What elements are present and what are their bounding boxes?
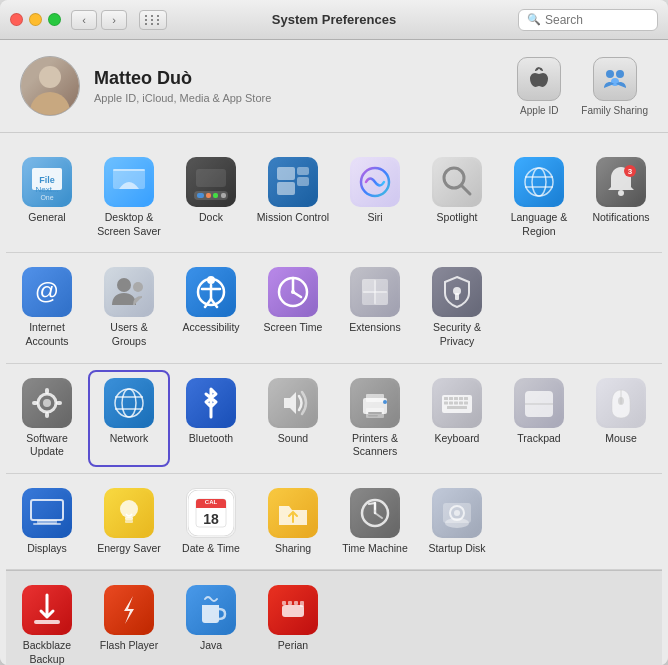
printers-label: Printers & Scanners [338, 432, 412, 459]
pref-mouse[interactable]: Mouse [580, 370, 662, 467]
family-sharing-label: Family Sharing [581, 105, 648, 116]
extensions-icon [350, 267, 400, 317]
pref-trackpad[interactable]: Trackpad [498, 370, 580, 467]
mouse-icon [596, 378, 646, 428]
svg-text:One: One [40, 194, 53, 201]
displays-label: Displays [27, 542, 67, 556]
search-box[interactable]: 🔍 [518, 9, 658, 31]
pref-dock[interactable]: Dock [170, 149, 252, 246]
svg-rect-22 [277, 182, 295, 195]
svg-rect-25 [434, 159, 480, 205]
backblaze-icon [22, 585, 72, 635]
extensions-label: Extensions [349, 321, 400, 335]
pref-date[interactable]: 18 CAL Date & Time [170, 480, 252, 564]
pref-internet[interactable]: @ Internet Accounts [6, 259, 88, 356]
svg-rect-21 [297, 177, 309, 186]
notifications-label: Notifications [592, 211, 649, 225]
java-label: Java [200, 639, 222, 653]
pref-sound[interactable]: Sound [252, 370, 334, 467]
bluetooth-icon [186, 378, 236, 428]
back-button[interactable]: ‹ [71, 10, 97, 30]
family-sharing-button[interactable]: Family Sharing [581, 57, 648, 116]
search-input[interactable] [545, 13, 649, 27]
perian-icon [268, 585, 318, 635]
svg-text:CAL: CAL [205, 499, 218, 505]
svg-rect-93 [459, 401, 463, 404]
avatar[interactable] [20, 56, 80, 116]
icons-section: File Next... One General [0, 133, 668, 665]
pref-security[interactable]: Security & Privacy [416, 259, 498, 356]
pref-network[interactable]: Network [88, 370, 170, 467]
startup-icon [432, 488, 482, 538]
nav-buttons: ‹ › [71, 10, 127, 30]
pref-timemachine[interactable]: Time Machine [334, 480, 416, 564]
svg-text:File: File [39, 175, 55, 185]
close-button[interactable] [10, 13, 23, 26]
pref-extensions[interactable]: Extensions [334, 259, 416, 356]
general-icon: File Next... One [22, 157, 72, 207]
svg-point-82 [383, 400, 387, 404]
svg-text:18: 18 [203, 511, 219, 527]
window: ‹ › System Preferences 🔍 Matteo Duò Appl… [0, 0, 668, 665]
svg-rect-108 [125, 517, 133, 520]
svg-point-0 [606, 70, 614, 78]
pref-spotlight[interactable]: Spotlight [416, 149, 498, 246]
pref-sharing[interactable]: Sharing [252, 480, 334, 564]
svg-rect-90 [444, 401, 448, 404]
window-title: System Preferences [272, 12, 396, 27]
pref-desktop[interactable]: Desktop & Screen Saver [88, 149, 170, 246]
accessibility-icon [186, 267, 236, 317]
pref-flash[interactable]: Flash Player [88, 577, 170, 665]
pref-notifications[interactable]: 3 Notifications [580, 149, 662, 246]
keyboard-label: Keyboard [435, 432, 480, 446]
apple-id-button[interactable]: Apple ID [517, 57, 561, 116]
screentime-label: Screen Time [264, 321, 323, 335]
svg-rect-91 [449, 401, 453, 404]
pref-mission[interactable]: Mission Control [252, 149, 334, 246]
trackpad-icon [514, 378, 564, 428]
flash-label: Flash Player [100, 639, 158, 653]
svg-rect-57 [362, 291, 376, 305]
svg-rect-87 [454, 397, 458, 400]
flash-icon [104, 585, 154, 635]
pref-bluetooth[interactable]: Bluetooth [170, 370, 252, 467]
pref-software[interactable]: Software Update [6, 370, 88, 467]
svg-rect-19 [277, 167, 295, 180]
notifications-icon: 3 [596, 157, 646, 207]
pref-printers[interactable]: Printers & Scanners [334, 370, 416, 467]
perian-label: Perian [278, 639, 308, 653]
pref-language[interactable]: Language & Region [498, 149, 580, 246]
svg-rect-131 [288, 601, 292, 605]
profile-subtitle: Apple ID, iCloud, Media & App Store [94, 92, 517, 104]
svg-rect-55 [362, 279, 376, 293]
svg-rect-132 [294, 601, 298, 605]
minimize-button[interactable] [29, 13, 42, 26]
date-icon: 18 CAL [186, 488, 236, 538]
maximize-button[interactable] [48, 13, 61, 26]
pref-users[interactable]: Users & Groups [88, 259, 170, 356]
pref-siri[interactable]: Siri [334, 149, 416, 246]
svg-rect-39 [106, 269, 152, 315]
pref-energy[interactable]: Energy Saver [88, 480, 170, 564]
svg-rect-68 [56, 401, 62, 405]
java-icon [186, 585, 236, 635]
pref-keyboard[interactable]: Keyboard [416, 370, 498, 467]
svg-rect-80 [368, 412, 382, 414]
software-icon [22, 378, 72, 428]
desktop-label: Desktop & Screen Saver [92, 211, 166, 238]
pref-general[interactable]: File Next... One General [6, 149, 88, 246]
pref-displays[interactable]: Displays [6, 480, 88, 564]
svg-rect-17 [196, 169, 226, 187]
row-system: File Next... One General [6, 143, 662, 253]
sharing-icon [268, 488, 318, 538]
pref-screentime[interactable]: Screen Time [252, 259, 334, 356]
pref-perian[interactable]: Perian [252, 577, 334, 665]
forward-button[interactable]: › [101, 10, 127, 30]
grid-view-button[interactable] [139, 10, 167, 30]
profile-actions: Apple ID Family Sharing [517, 57, 648, 116]
svg-point-64 [43, 399, 51, 407]
pref-backblaze[interactable]: Backblaze Backup [6, 577, 88, 665]
pref-accessibility[interactable]: Accessibility [170, 259, 252, 356]
pref-startup[interactable]: Startup Disk [416, 480, 498, 564]
pref-java[interactable]: Java [170, 577, 252, 665]
